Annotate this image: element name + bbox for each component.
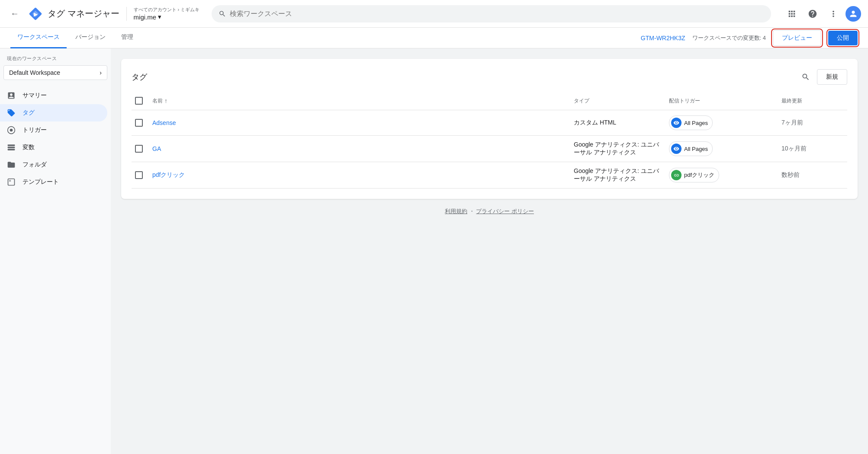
- svg-rect-7: [8, 149, 15, 150]
- name-header[interactable]: 名前 ↑: [149, 96, 570, 106]
- logo-area: ▶ タグ マネージャー: [28, 6, 119, 22]
- card-header: タグ 新規: [132, 69, 847, 85]
- search-bar[interactable]: [212, 5, 771, 22]
- trigger-label-2: All Pages: [684, 146, 708, 152]
- person-icon: [849, 9, 858, 19]
- checkbox-header: [132, 95, 149, 106]
- app-title: タグ マネージャー: [48, 8, 119, 19]
- workspace-label: 現在のワークスペース: [0, 55, 111, 65]
- tab-workspace[interactable]: ワークスペース: [10, 28, 67, 48]
- table-row: pdfクリック Google アナリティクス: ユニバーサル アナリティクス p…: [132, 162, 847, 189]
- type-header: タイプ: [570, 96, 665, 106]
- sidebar-item-label: タグ: [23, 109, 35, 117]
- svg-point-4: [10, 129, 13, 132]
- row-select-checkbox-3[interactable]: [135, 171, 143, 179]
- trigger-badge-icon-3: [671, 170, 682, 180]
- header: ← ▶ タグ マネージャー すべてのアカウント › ミギムキ migi.me ▾: [0, 0, 868, 28]
- trigger-badge-3[interactable]: pdfクリック: [669, 168, 719, 182]
- row-trigger-1: All Pages: [665, 110, 778, 135]
- apps-button[interactable]: [783, 5, 800, 22]
- sidebar-item-label: フォルダ: [23, 161, 47, 169]
- search-tags-button[interactable]: [798, 69, 813, 85]
- sidebar-item-folder[interactable]: フォルダ: [0, 156, 107, 173]
- sidebar-item-templates[interactable]: テンプレート: [0, 173, 107, 191]
- sidebar-item-summary[interactable]: サマリー: [0, 87, 107, 104]
- gtm-id: GTM-WR2HK3Z: [641, 35, 685, 42]
- trigger-header: 配信トリガー: [665, 96, 778, 106]
- help-button[interactable]: [804, 5, 821, 22]
- footer-separator: ・: [469, 208, 475, 214]
- trigger-badge-icon-2: [671, 144, 682, 154]
- workspace-changes: ワークスペースでの変更数: 4: [692, 34, 766, 42]
- eye-icon: [673, 120, 679, 126]
- sidebar-item-label: 変数: [23, 144, 35, 151]
- svg-rect-9: [9, 180, 11, 182]
- svg-rect-8: [8, 179, 15, 185]
- workspace-arrow: ›: [100, 69, 102, 76]
- account-name[interactable]: migi.me ▾: [134, 13, 200, 21]
- tag-name-link-3[interactable]: pdfクリック: [152, 171, 185, 178]
- link-icon: [674, 173, 679, 178]
- row-time-2: 10ヶ月前: [778, 140, 847, 158]
- footer: 利用規約 ・ プライバシー ポリシー: [121, 199, 858, 224]
- help-icon: [808, 9, 817, 19]
- publish-button[interactable]: 公開: [828, 31, 858, 45]
- row-name-3: pdfクリック: [149, 166, 570, 184]
- row-type-2: Google アナリティクス: ユニバーサル アナリティクス: [570, 136, 665, 162]
- terms-link[interactable]: 利用規約: [445, 208, 467, 214]
- sidebar: 現在のワークスペース Default Workspace › サマリー タグ: [0, 48, 111, 454]
- main-content: タグ 新規 名前 ↑ タ: [111, 48, 868, 454]
- sidebar-item-label: トリガー: [23, 126, 47, 134]
- search-icon: [219, 10, 226, 18]
- summary-icon: [7, 91, 16, 100]
- trigger-badge-icon-1: [671, 118, 682, 128]
- avatar[interactable]: [845, 6, 861, 22]
- more-button[interactable]: [825, 5, 842, 22]
- trigger-label-1: All Pages: [684, 120, 708, 126]
- account-selector[interactable]: すべてのアカウント › ミギムキ migi.me ▾: [134, 6, 200, 21]
- last-updated-header: 最終更新: [778, 96, 847, 106]
- table-row: GA Google アナリティクス: ユニバーサル アナリティクス All Pa…: [132, 136, 847, 162]
- row-select-checkbox-1[interactable]: [135, 119, 143, 127]
- search-icon: [801, 73, 810, 81]
- eye-icon: [673, 146, 679, 152]
- nav-tabs: ワークスペース バージョン 管理 GTM-WR2HK3Z ワークスペースでの変更…: [0, 28, 868, 48]
- tags-card: タグ 新規 名前 ↑ タ: [121, 59, 858, 199]
- sidebar-item-label: テンプレート: [23, 178, 59, 186]
- back-button[interactable]: ←: [7, 6, 23, 22]
- sidebar-item-label: サマリー: [23, 92, 47, 99]
- sidebar-item-triggers[interactable]: トリガー: [0, 121, 107, 139]
- row-select-checkbox-2[interactable]: [135, 145, 143, 153]
- row-trigger-2: All Pages: [665, 136, 778, 161]
- sidebar-item-tags[interactable]: タグ: [0, 104, 107, 121]
- trigger-badge-2[interactable]: All Pages: [669, 141, 713, 156]
- row-name-1: Adsense: [149, 114, 570, 131]
- card-title: タグ: [132, 72, 147, 82]
- breadcrumb: すべてのアカウント › ミギムキ: [134, 6, 200, 13]
- row-checkbox-1: [132, 114, 149, 132]
- row-type-1: カスタム HTML: [570, 114, 665, 132]
- preview-button[interactable]: プレビュー: [773, 30, 821, 46]
- card-header-actions: 新規: [798, 69, 847, 85]
- header-actions: [783, 5, 861, 22]
- header-divider: [126, 7, 127, 21]
- row-name-2: GA: [149, 140, 570, 157]
- new-tag-button[interactable]: 新規: [817, 69, 847, 85]
- svg-rect-5: [8, 144, 15, 146]
- tag-name-link-2[interactable]: GA: [152, 145, 161, 152]
- trigger-badge-1[interactable]: All Pages: [669, 115, 713, 130]
- privacy-link[interactable]: プライバシー ポリシー: [476, 208, 534, 214]
- workspace-name: Default Workspace: [9, 69, 60, 76]
- tab-version[interactable]: バージョン: [68, 28, 113, 48]
- tag-name-link-1[interactable]: Adsense: [152, 119, 176, 126]
- tab-admin[interactable]: 管理: [114, 28, 140, 48]
- workspace-selector[interactable]: Default Workspace ›: [3, 65, 107, 80]
- row-checkbox-2: [132, 140, 149, 158]
- row-type-3: Google アナリティクス: ユニバーサル アナリティクス: [570, 162, 665, 188]
- row-trigger-3: pdfクリック: [665, 163, 778, 188]
- main-layout: 現在のワークスペース Default Workspace › サマリー タグ: [0, 48, 868, 454]
- select-all-checkbox[interactable]: [135, 97, 143, 105]
- search-input[interactable]: [230, 10, 764, 18]
- sidebar-item-variables[interactable]: 変数: [0, 139, 107, 156]
- row-checkbox-3: [132, 166, 149, 184]
